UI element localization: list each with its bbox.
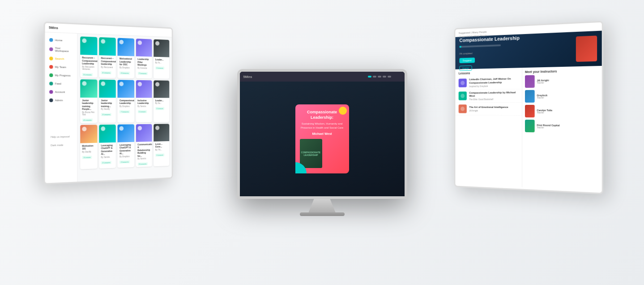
rs-hero: Suggested by Many People Compassionate L… (455, 31, 601, 69)
ls-card-11[interactable]: Motivation 101By Dactify 1 Lesson (80, 125, 97, 169)
dark-mode-toggle[interactable]: Dark mode (48, 141, 74, 150)
search-icon (49, 56, 53, 60)
rs-instructor-4: First Round Capital Teacher (525, 120, 599, 133)
ls-body: Home Your Workspace Search My Team (45, 32, 172, 183)
monitor-content-area: Compassionate Leadership: Sustaining Wis… (240, 72, 405, 196)
rs-body: Lessons LinkedIn Chairman, Jeff Weiner O… (455, 66, 601, 191)
progress-dot-1 (368, 76, 371, 78)
rs-topbar-text: Suggested | Many People (459, 30, 487, 35)
rs-instructor-info-1: Jill Arrighi Teacher (537, 78, 599, 84)
monitor-base (300, 212, 345, 216)
rs-instructor-avatar-3 (525, 105, 535, 117)
admin-icon (49, 99, 53, 102)
rs-progress-label: 0% completed (459, 52, 472, 55)
monitor-brand: 5Mins (243, 75, 252, 78)
monitor-lesson-author: Michael West (300, 132, 345, 135)
progress-icon (49, 73, 53, 77)
left-screen-wrapper: 5Mins Home Your Workspace Search (43, 22, 173, 185)
monitor-lesson-title: Compassionate Leadership: (300, 110, 345, 120)
home-icon (49, 38, 53, 42)
monitor-lesson-subtitle: Sustaining Wisdom, Humanity and Presence… (300, 122, 345, 130)
ls-main: Reccurent – Compassionate LeadershipBy R… (77, 34, 172, 181)
center-monitor: 5Mins Compassionat (237, 69, 407, 199)
rs-lesson-text-1: LinkedIn Chairman, Jeff Weiner On Compas… (469, 77, 518, 87)
ls-nav-account[interactable]: Account (48, 88, 74, 96)
ls-card-2[interactable]: Reccurent – Compassionate leadershipBy R… (99, 37, 116, 78)
ls-nav-feed[interactable]: Feed (48, 80, 74, 87)
progress-dot-5 (388, 76, 391, 78)
rs-instructor-3: Carolyn Tulia Teacher (525, 105, 599, 118)
rs-hero-text: Suggested by Many People Compassionate L… (459, 30, 571, 71)
monitor-lesson-display: Compassionate Leadership: Sustaining Wis… (240, 82, 405, 196)
ls-nav-progress[interactable]: My Progress (48, 71, 74, 79)
progress-dot-2 (373, 76, 376, 78)
ls-card-9[interactable]: Inclusive LeadershipBy Sennis 1 Lesson (136, 80, 152, 122)
ls-card-3[interactable]: Motivational Leadership for OSCBy Dropbo… (118, 38, 134, 78)
svg-point-2 (461, 107, 465, 111)
ls-nav-admin[interactable]: Admin (48, 96, 74, 104)
ls-card-13[interactable]: Leveraging ChatGPT & Generative AI...By … (118, 124, 134, 168)
workspace-icon (49, 48, 53, 52)
ls-card-7[interactable]: Junior leadership training...By Dactify … (99, 79, 116, 123)
team-icon (49, 65, 53, 69)
monitor-screen: 5Mins Compassionat (240, 72, 405, 196)
ls-card-1[interactable]: Reccurent – Compassionate LeadershipBy R… (80, 36, 97, 78)
monitor-stand (309, 199, 336, 212)
ls-nav-search[interactable]: Search (48, 55, 74, 63)
svg-point-1 (461, 94, 465, 99)
rs-lesson-icon-2 (459, 92, 467, 100)
ls-nav-home[interactable]: Home (48, 36, 74, 45)
rs-instructor-avatar-4 (525, 120, 535, 132)
help-link[interactable]: Help us improve! (48, 132, 74, 141)
feed-icon (49, 82, 53, 85)
left-screen: 5Mins Home Your Workspace Search (43, 22, 173, 185)
ls-grid-row2: Junior leadership training People...By B… (80, 79, 169, 123)
monitor-corner-yellow (339, 107, 347, 115)
svg-point-0 (461, 81, 465, 85)
ls-grid-row3: Motivation 101By Dactify 1 Lesson Levera… (80, 124, 169, 169)
account-icon (49, 90, 53, 94)
rs-instructors-title: Meet your Instructors (525, 69, 599, 73)
monitor-lesson-card: Compassionate Leadership: Sustaining Wis… (295, 104, 349, 173)
ls-nav-workspace[interactable]: Your Workspace (48, 44, 74, 54)
ls-card-5[interactable]: Leader...By Te... 1 Lesson (154, 39, 169, 79)
ls-card-10[interactable]: Leader...By Se... 1 Lesson (154, 80, 169, 122)
rs-hero-avatar (576, 35, 597, 62)
ls-brand: 5Mins (49, 26, 58, 30)
rs-instructor-avatar-2 (525, 90, 535, 103)
rs-instructor-info-4: First Round Capital Teacher (537, 124, 599, 130)
rs-instructor-info-2: Greylock Teacher (537, 93, 599, 99)
suggest-button[interactable]: Suggest (459, 58, 475, 64)
right-screen-wrapper: Suggested | Many People Suggested by Man… (454, 21, 603, 194)
rs-lesson-icon-1 (459, 78, 467, 87)
ls-nav-team[interactable]: My Team (48, 63, 74, 71)
monitor-topbar: 5Mins (240, 72, 405, 82)
right-screen: Suggested | Many People Suggested by Man… (454, 21, 603, 194)
ls-card-4[interactable]: Leadership Pillar MeetingsBy Granula 7 L… (136, 39, 152, 78)
ls-card-15[interactable]: Lever... Gene...By TN... 1 Lesson (154, 124, 169, 166)
rs-instructor-info-3: Carolyn Tulia Teacher (537, 109, 599, 114)
center-monitor-wrapper: 5Mins Compassionat (237, 69, 407, 216)
ls-sidebar: Home Your Workspace Search My Team (45, 32, 78, 183)
progress-dot-3 (378, 76, 381, 78)
ls-card-14[interactable]: Communication & Relationship Building fo… (136, 124, 152, 167)
rs-right-col: Meet your Instructors Jill Arrighi Teach… (522, 66, 602, 191)
rs-instructor-1: Jill Arrighi Teacher (525, 74, 599, 88)
monitor-book-cover: COMPASSIONATE LEADERSHIP (300, 139, 322, 168)
rs-left-col: Lessons LinkedIn Chairman, Jeff Weiner O… (455, 68, 522, 187)
monitor-progress-dots (368, 76, 391, 78)
progress-dot-4 (383, 76, 386, 78)
rs-lesson-item-2[interactable]: Compassionate Leadership by Michael West… (455, 89, 522, 103)
rs-lesson-text-3: The Art of Emotional Intelligence Jill A… (469, 106, 518, 112)
scene: 5Mins Home Your Workspace Search (0, 0, 644, 285)
rs-lesson-text-2: Compassionate Leadership by Michael West… (469, 91, 518, 101)
ls-card-6[interactable]: Junior leadership training People...By B… (80, 79, 97, 123)
ls-card-8[interactable]: Compassionate LeadershipBy Dropbox 7 Les… (118, 80, 134, 123)
rs-lesson-icon-3 (459, 104, 467, 113)
ls-card-12[interactable]: Leveraging ChatGPT & Generative AI...By … (99, 124, 116, 168)
rs-instructor-avatar-1 (525, 75, 535, 88)
rs-lesson-item-3[interactable]: The Art of Emotional Intelligence Jill A… (455, 103, 522, 116)
rs-lesson-item-1[interactable]: LinkedIn Chairman, Jeff Weiner On Compas… (455, 75, 522, 90)
rs-instructor-2: Greylock Teacher (525, 89, 599, 103)
assign-button[interactable]: Assign (459, 65, 472, 71)
